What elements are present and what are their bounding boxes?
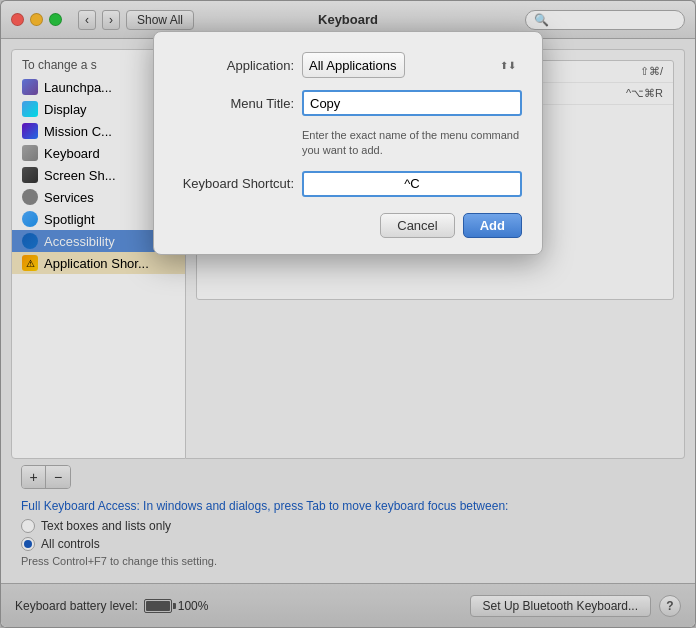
application-select[interactable]: All ApplicationsFinderSafariMail [302,52,405,78]
menu-title-input[interactable] [302,90,522,116]
menu-title-row: Menu Title: [174,90,522,116]
modal-hint: Enter the exact name of the menu command… [302,128,522,159]
shortcut-row: Keyboard Shortcut: [174,171,522,197]
modal-overlay: Application: All ApplicationsFinderSafar… [1,1,695,627]
shortcut-input[interactable] [302,171,522,197]
chevron-down-icon: ⬆⬇ [500,60,516,71]
application-label: Application: [174,58,294,73]
add-button[interactable]: Add [463,213,522,238]
shortcut-label: Keyboard Shortcut: [174,176,294,191]
menu-title-label: Menu Title: [174,96,294,111]
add-shortcut-dialog: Application: All ApplicationsFinderSafar… [153,31,543,255]
application-row: Application: All ApplicationsFinderSafar… [174,52,522,78]
application-select-wrapper: All ApplicationsFinderSafariMail ⬆⬇ [302,52,522,78]
dialog-buttons: Cancel Add [174,213,522,238]
main-window: ‹ › Show All Keyboard 🔍 To change a s La… [0,0,696,628]
cancel-button[interactable]: Cancel [380,213,454,238]
